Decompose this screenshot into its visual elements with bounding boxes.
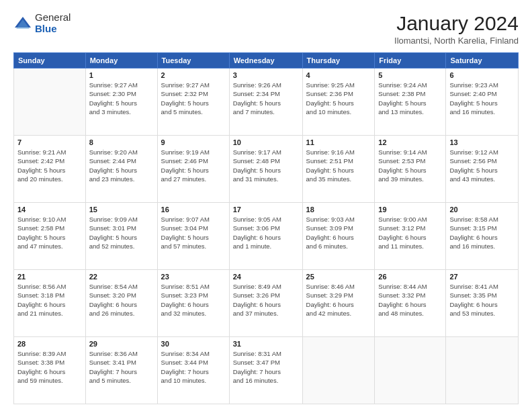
calendar-cell: 12Sunrise: 9:14 AMSunset: 2:53 PMDayligh… — [375, 136, 446, 203]
day-info: Sunrise: 8:36 AMSunset: 3:41 PMDaylight:… — [89, 349, 154, 385]
day-number: 22 — [89, 273, 154, 281]
calendar-cell: 9Sunrise: 9:19 AMSunset: 2:46 PMDaylight… — [157, 136, 229, 203]
day-number: 26 — [378, 273, 442, 281]
day-number: 2 — [161, 71, 226, 79]
calendar-cell: 31Sunrise: 8:31 AMSunset: 3:47 PMDayligh… — [229, 337, 302, 404]
calendar-cell: 18Sunrise: 9:03 AMSunset: 3:09 PMDayligh… — [302, 203, 375, 270]
calendar-cell: 21Sunrise: 8:56 AMSunset: 3:18 PMDayligh… — [14, 270, 86, 337]
day-number: 17 — [233, 205, 299, 214]
day-info: Sunrise: 8:31 AMSunset: 3:47 PMDaylight:… — [233, 349, 299, 385]
calendar-cell — [375, 337, 446, 404]
day-number: 1 — [89, 71, 154, 79]
day-number: 4 — [306, 71, 371, 79]
day-number: 31 — [233, 340, 299, 348]
calendar-cell: 23Sunrise: 8:51 AMSunset: 3:23 PMDayligh… — [157, 270, 229, 337]
calendar-cell: 5Sunrise: 9:24 AMSunset: 2:38 PMDaylight… — [375, 68, 446, 136]
day-info: Sunrise: 8:58 AMSunset: 3:15 PMDaylight:… — [449, 215, 515, 250]
calendar-cell: 16Sunrise: 9:07 AMSunset: 3:04 PMDayligh… — [157, 203, 229, 270]
day-number: 12 — [378, 138, 442, 146]
calendar-cell: 19Sunrise: 9:00 AMSunset: 3:12 PMDayligh… — [375, 203, 446, 270]
day-info: Sunrise: 8:51 AMSunset: 3:23 PMDaylight:… — [161, 282, 226, 318]
day-number: 9 — [161, 138, 226, 146]
header: General Blue January 2024 Ilomantsi, Nor… — [13, 12, 519, 46]
day-info: Sunrise: 9:12 AMSunset: 2:56 PMDaylight:… — [449, 148, 515, 183]
calendar-cell: 15Sunrise: 9:09 AMSunset: 3:01 PMDayligh… — [85, 203, 157, 270]
calendar-cell: 30Sunrise: 8:34 AMSunset: 3:44 PMDayligh… — [157, 337, 229, 404]
page: General Blue January 2024 Ilomantsi, Nor… — [0, 0, 532, 411]
day-info: Sunrise: 9:26 AMSunset: 2:34 PMDaylight:… — [233, 81, 299, 116]
day-info: Sunrise: 9:24 AMSunset: 2:38 PMDaylight:… — [378, 81, 442, 116]
day-info: Sunrise: 8:49 AMSunset: 3:26 PMDaylight:… — [233, 282, 299, 318]
logo: General Blue — [13, 12, 71, 34]
day-number: 20 — [449, 205, 515, 214]
day-number: 11 — [306, 138, 371, 146]
calendar-cell: 8Sunrise: 9:20 AMSunset: 2:44 PMDaylight… — [85, 136, 157, 203]
calendar-cell: 28Sunrise: 8:39 AMSunset: 3:38 PMDayligh… — [14, 337, 86, 404]
day-number: 16 — [161, 205, 226, 214]
day-info: Sunrise: 9:10 AMSunset: 2:58 PMDaylight:… — [17, 215, 82, 250]
day-info: Sunrise: 8:34 AMSunset: 3:44 PMDaylight:… — [161, 349, 226, 385]
weekday-wednesday: Wednesday — [229, 53, 302, 68]
calendar-cell — [14, 68, 86, 136]
day-number: 6 — [449, 71, 515, 79]
day-number: 13 — [449, 138, 515, 146]
day-info: Sunrise: 9:20 AMSunset: 2:44 PMDaylight:… — [89, 148, 154, 183]
day-info: Sunrise: 8:46 AMSunset: 3:29 PMDaylight:… — [306, 282, 371, 318]
day-number: 14 — [17, 205, 82, 214]
day-info: Sunrise: 9:16 AMSunset: 2:51 PMDaylight:… — [306, 148, 371, 183]
calendar-cell: 2Sunrise: 9:27 AMSunset: 2:32 PMDaylight… — [157, 68, 229, 136]
calendar-cell — [446, 337, 519, 404]
day-number: 21 — [17, 273, 82, 281]
calendar-cell: 11Sunrise: 9:16 AMSunset: 2:51 PMDayligh… — [302, 136, 375, 203]
logo-blue-text: Blue — [35, 24, 71, 35]
day-number: 30 — [161, 340, 226, 348]
weekday-tuesday: Tuesday — [157, 53, 229, 68]
day-number: 3 — [233, 71, 299, 79]
day-number: 24 — [233, 273, 299, 281]
day-info: Sunrise: 8:56 AMSunset: 3:18 PMDaylight:… — [17, 282, 82, 318]
logo-text: General Blue — [35, 12, 71, 34]
calendar-cell: 7Sunrise: 9:21 AMSunset: 2:42 PMDaylight… — [14, 136, 86, 203]
day-info: Sunrise: 9:03 AMSunset: 3:09 PMDaylight:… — [306, 215, 371, 250]
day-number: 5 — [378, 71, 442, 79]
logo-icon — [13, 14, 32, 33]
day-info: Sunrise: 9:25 AMSunset: 2:36 PMDaylight:… — [306, 81, 371, 116]
week-row-5: 28Sunrise: 8:39 AMSunset: 3:38 PMDayligh… — [14, 337, 519, 404]
calendar-cell: 4Sunrise: 9:25 AMSunset: 2:36 PMDaylight… — [302, 68, 375, 136]
weekday-thursday: Thursday — [302, 53, 375, 68]
day-info: Sunrise: 9:23 AMSunset: 2:40 PMDaylight:… — [449, 81, 515, 116]
day-info: Sunrise: 8:54 AMSunset: 3:20 PMDaylight:… — [89, 282, 154, 318]
weekday-header-row: SundayMondayTuesdayWednesdayThursdayFrid… — [14, 53, 519, 68]
day-number: 10 — [233, 138, 299, 146]
calendar-cell: 10Sunrise: 9:17 AMSunset: 2:48 PMDayligh… — [229, 136, 302, 203]
day-number: 25 — [306, 273, 371, 281]
logo-general-text: General — [35, 12, 71, 24]
weekday-sunday: Sunday — [14, 53, 86, 68]
day-number: 23 — [161, 273, 226, 281]
day-number: 29 — [89, 340, 154, 348]
week-row-4: 21Sunrise: 8:56 AMSunset: 3:18 PMDayligh… — [14, 270, 519, 337]
day-number: 28 — [17, 340, 82, 348]
calendar-cell: 1Sunrise: 9:27 AMSunset: 2:30 PMDaylight… — [85, 68, 157, 136]
calendar-cell: 13Sunrise: 9:12 AMSunset: 2:56 PMDayligh… — [446, 136, 519, 203]
calendar-cell: 27Sunrise: 8:41 AMSunset: 3:35 PMDayligh… — [446, 270, 519, 337]
weekday-monday: Monday — [85, 53, 157, 68]
calendar-cell: 22Sunrise: 8:54 AMSunset: 3:20 PMDayligh… — [85, 270, 157, 337]
main-title: January 2024 — [394, 12, 519, 34]
day-info: Sunrise: 9:14 AMSunset: 2:53 PMDaylight:… — [378, 148, 442, 183]
day-info: Sunrise: 9:17 AMSunset: 2:48 PMDaylight:… — [233, 148, 299, 183]
day-info: Sunrise: 9:05 AMSunset: 3:06 PMDaylight:… — [233, 215, 299, 250]
day-number: 15 — [89, 205, 154, 214]
week-row-2: 7Sunrise: 9:21 AMSunset: 2:42 PMDaylight… — [14, 136, 519, 203]
day-info: Sunrise: 8:39 AMSunset: 3:38 PMDaylight:… — [17, 349, 82, 385]
title-section: January 2024 Ilomantsi, North Karelia, F… — [394, 12, 519, 46]
calendar-cell: 26Sunrise: 8:44 AMSunset: 3:32 PMDayligh… — [375, 270, 446, 337]
day-number: 7 — [17, 138, 82, 146]
calendar-cell: 6Sunrise: 9:23 AMSunset: 2:40 PMDaylight… — [446, 68, 519, 136]
week-row-1: 1Sunrise: 9:27 AMSunset: 2:30 PMDaylight… — [14, 68, 519, 136]
day-info: Sunrise: 8:44 AMSunset: 3:32 PMDaylight:… — [378, 282, 442, 318]
weekday-friday: Friday — [375, 53, 446, 68]
day-info: Sunrise: 9:21 AMSunset: 2:42 PMDaylight:… — [17, 148, 82, 183]
calendar-cell — [302, 337, 375, 404]
day-info: Sunrise: 8:41 AMSunset: 3:35 PMDaylight:… — [449, 282, 515, 318]
